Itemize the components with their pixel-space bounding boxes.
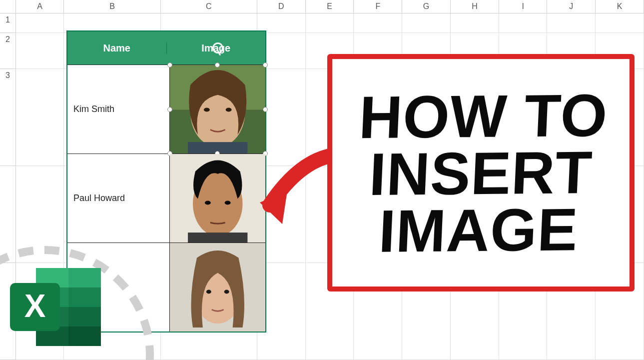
cell[interactable] bbox=[15, 68, 64, 166]
callout-line1: HOW TO bbox=[358, 86, 609, 145]
person-photo-icon[interactable] bbox=[170, 65, 266, 154]
svg-rect-10 bbox=[188, 232, 247, 242]
person-photo-icon[interactable] bbox=[170, 154, 266, 242]
col-header-C[interactable]: C bbox=[160, 0, 257, 13]
col-header-B[interactable]: B bbox=[64, 0, 160, 13]
cell[interactable] bbox=[547, 13, 596, 32]
col-header-I[interactable]: I bbox=[499, 0, 547, 13]
col-header-A[interactable]: A bbox=[15, 0, 64, 13]
cell[interactable] bbox=[15, 13, 64, 32]
svg-point-13 bbox=[206, 290, 211, 294]
col-header-D[interactable]: D bbox=[257, 0, 305, 13]
cell[interactable] bbox=[257, 13, 305, 32]
row-header-3[interactable]: 3 bbox=[0, 68, 15, 166]
svg-point-8 bbox=[204, 200, 210, 204]
name-cell[interactable]: Kim Smith bbox=[67, 65, 170, 154]
table-header-row: Name Image bbox=[67, 32, 265, 64]
col-header-K[interactable]: K bbox=[596, 0, 644, 13]
cell[interactable] bbox=[160, 13, 257, 32]
excel-logo-letter: X bbox=[24, 288, 46, 324]
cell[interactable] bbox=[305, 13, 354, 32]
callout-text: HOW TO INSERT IMAGE bbox=[353, 86, 609, 259]
magnifier-cursor-icon bbox=[212, 42, 223, 54]
svg-rect-21 bbox=[68, 288, 101, 307]
resize-handle-icon[interactable] bbox=[263, 107, 268, 112]
select-all-corner[interactable] bbox=[0, 0, 15, 13]
row-header-1[interactable]: 1 bbox=[0, 13, 15, 32]
table-header-name: Name bbox=[67, 42, 167, 54]
col-header-H[interactable]: H bbox=[451, 0, 499, 13]
resize-handle-icon[interactable] bbox=[263, 62, 268, 68]
col-header-G[interactable]: G bbox=[402, 0, 451, 13]
svg-point-4 bbox=[225, 108, 231, 112]
svg-rect-23 bbox=[68, 307, 101, 326]
svg-rect-19 bbox=[68, 268, 101, 288]
cell[interactable] bbox=[15, 32, 64, 68]
resize-handle-icon[interactable] bbox=[167, 107, 172, 112]
cell[interactable] bbox=[402, 13, 451, 32]
svg-rect-25 bbox=[68, 326, 101, 346]
col-header-E[interactable]: E bbox=[305, 0, 354, 13]
svg-point-14 bbox=[224, 290, 229, 294]
col-header-F[interactable]: F bbox=[354, 0, 402, 13]
image-cell[interactable] bbox=[170, 154, 266, 242]
person-photo-icon[interactable] bbox=[170, 243, 266, 332]
image-cell[interactable] bbox=[170, 243, 266, 332]
cell[interactable] bbox=[499, 13, 547, 32]
callout-box: HOW TO INSERT IMAGE bbox=[327, 54, 635, 292]
svg-point-9 bbox=[224, 200, 230, 204]
table-row: Kim Smith bbox=[67, 64, 265, 154]
col-header-J[interactable]: J bbox=[547, 0, 596, 13]
row-header-2[interactable]: 2 bbox=[0, 32, 15, 68]
cell[interactable] bbox=[451, 13, 499, 32]
cell[interactable] bbox=[64, 13, 160, 32]
svg-point-3 bbox=[203, 108, 209, 112]
callout-line2: INSERT bbox=[355, 143, 606, 202]
resize-handle-icon[interactable] bbox=[167, 62, 172, 68]
cell[interactable] bbox=[354, 13, 402, 32]
excel-logo-icon: X bbox=[6, 262, 106, 352]
callout-line3: IMAGE bbox=[353, 200, 604, 259]
cell[interactable] bbox=[596, 13, 644, 32]
image-cell[interactable] bbox=[170, 65, 266, 154]
